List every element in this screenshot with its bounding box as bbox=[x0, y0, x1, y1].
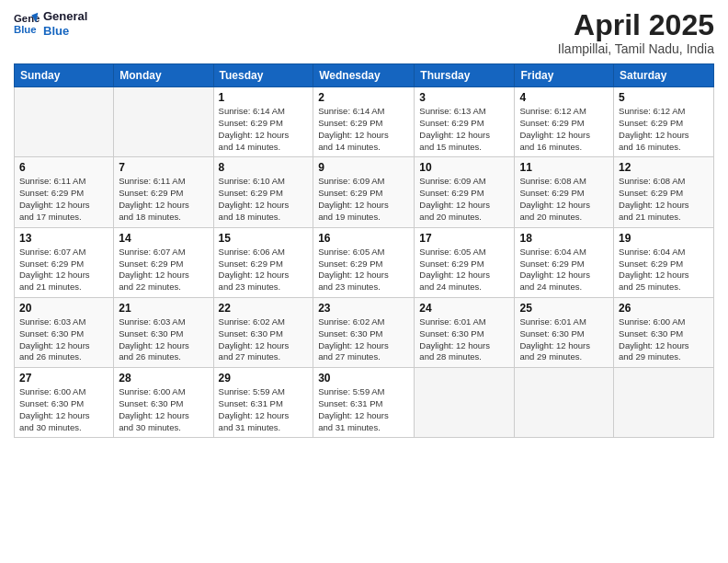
day-info: Sunrise: 6:00 AM Sunset: 6:30 PM Dayligh… bbox=[119, 386, 208, 433]
day-info: Sunrise: 6:04 AM Sunset: 6:29 PM Dayligh… bbox=[519, 247, 609, 293]
calendar-cell: 1Sunrise: 6:14 AM Sunset: 6:29 PM Daylig… bbox=[213, 87, 313, 157]
svg-text:Blue: Blue bbox=[14, 23, 37, 34]
calendar-cell: 7Sunrise: 6:11 AM Sunset: 6:29 PM Daylig… bbox=[114, 157, 213, 227]
calendar-week-1: 1Sunrise: 6:14 AM Sunset: 6:29 PM Daylig… bbox=[15, 87, 714, 157]
day-info: Sunrise: 6:09 AM Sunset: 6:29 PM Dayligh… bbox=[419, 176, 509, 223]
day-number: 7 bbox=[119, 161, 208, 174]
day-number: 22 bbox=[219, 302, 309, 315]
calendar-week-5: 27Sunrise: 6:00 AM Sunset: 6:30 PM Dayli… bbox=[15, 368, 714, 438]
day-info: Sunrise: 6:10 AM Sunset: 6:29 PM Dayligh… bbox=[219, 176, 309, 223]
day-number: 12 bbox=[619, 161, 709, 174]
calendar-week-2: 6Sunrise: 6:11 AM Sunset: 6:29 PM Daylig… bbox=[15, 157, 714, 227]
day-number: 6 bbox=[19, 161, 108, 174]
day-info: Sunrise: 6:04 AM Sunset: 6:29 PM Dayligh… bbox=[619, 247, 709, 293]
day-info: Sunrise: 6:14 AM Sunset: 6:29 PM Dayligh… bbox=[318, 106, 409, 153]
calendar-cell: 27Sunrise: 6:00 AM Sunset: 6:30 PM Dayli… bbox=[15, 368, 114, 438]
day-info: Sunrise: 6:05 AM Sunset: 6:29 PM Dayligh… bbox=[419, 247, 509, 293]
calendar-cell: 15Sunrise: 6:06 AM Sunset: 6:29 PM Dayli… bbox=[213, 227, 313, 297]
calendar-header-row: Sunday Monday Tuesday Wednesday Thursday… bbox=[15, 64, 714, 87]
day-number: 14 bbox=[119, 232, 208, 245]
day-number: 16 bbox=[318, 232, 409, 245]
header: General Blue General Blue April 2025 Ila… bbox=[14, 9, 714, 56]
day-info: Sunrise: 6:07 AM Sunset: 6:29 PM Dayligh… bbox=[19, 247, 108, 293]
calendar-cell bbox=[515, 368, 614, 438]
logo-blue: Blue bbox=[43, 24, 69, 38]
logo-general: General bbox=[43, 9, 87, 23]
day-info: Sunrise: 6:06 AM Sunset: 6:29 PM Dayligh… bbox=[219, 247, 309, 293]
day-number: 28 bbox=[119, 372, 208, 385]
title-block: April 2025 Ilampillai, Tamil Nadu, India bbox=[558, 9, 714, 56]
day-number: 9 bbox=[318, 161, 409, 174]
day-info: Sunrise: 6:12 AM Sunset: 6:29 PM Dayligh… bbox=[619, 106, 709, 153]
logo-text: General Blue bbox=[43, 9, 87, 38]
day-info: Sunrise: 6:14 AM Sunset: 6:29 PM Dayligh… bbox=[219, 106, 309, 153]
day-info: Sunrise: 6:01 AM Sunset: 6:30 PM Dayligh… bbox=[419, 316, 509, 363]
calendar-cell: 28Sunrise: 6:00 AM Sunset: 6:30 PM Dayli… bbox=[114, 368, 213, 438]
page-title: April 2025 bbox=[558, 9, 714, 41]
calendar-cell: 10Sunrise: 6:09 AM Sunset: 6:29 PM Dayli… bbox=[415, 157, 515, 227]
calendar-cell: 9Sunrise: 6:09 AM Sunset: 6:29 PM Daylig… bbox=[313, 157, 415, 227]
page-subtitle: Ilampillai, Tamil Nadu, India bbox=[558, 41, 714, 56]
col-saturday: Saturday bbox=[614, 64, 714, 87]
calendar-cell: 3Sunrise: 6:13 AM Sunset: 6:29 PM Daylig… bbox=[415, 87, 515, 157]
calendar-cell: 24Sunrise: 6:01 AM Sunset: 6:30 PM Dayli… bbox=[415, 297, 515, 367]
calendar-cell: 12Sunrise: 6:08 AM Sunset: 6:29 PM Dayli… bbox=[614, 157, 714, 227]
day-info: Sunrise: 6:02 AM Sunset: 6:30 PM Dayligh… bbox=[219, 316, 309, 363]
calendar-cell: 16Sunrise: 6:05 AM Sunset: 6:29 PM Dayli… bbox=[313, 227, 415, 297]
day-info: Sunrise: 5:59 AM Sunset: 6:31 PM Dayligh… bbox=[219, 386, 309, 433]
day-number: 1 bbox=[219, 91, 309, 104]
calendar-cell: 21Sunrise: 6:03 AM Sunset: 6:30 PM Dayli… bbox=[114, 297, 213, 367]
calendar-cell: 20Sunrise: 6:03 AM Sunset: 6:30 PM Dayli… bbox=[15, 297, 114, 367]
col-wednesday: Wednesday bbox=[313, 64, 415, 87]
day-number: 25 bbox=[519, 302, 609, 315]
day-number: 24 bbox=[419, 302, 509, 315]
calendar-cell: 30Sunrise: 5:59 AM Sunset: 6:31 PM Dayli… bbox=[313, 368, 415, 438]
calendar-cell: 19Sunrise: 6:04 AM Sunset: 6:29 PM Dayli… bbox=[614, 227, 714, 297]
calendar-cell: 13Sunrise: 6:07 AM Sunset: 6:29 PM Dayli… bbox=[15, 227, 114, 297]
calendar-cell: 22Sunrise: 6:02 AM Sunset: 6:30 PM Dayli… bbox=[213, 297, 313, 367]
col-sunday: Sunday bbox=[15, 64, 114, 87]
day-number: 8 bbox=[219, 161, 309, 174]
calendar-cell: 26Sunrise: 6:00 AM Sunset: 6:30 PM Dayli… bbox=[614, 297, 714, 367]
col-monday: Monday bbox=[114, 64, 213, 87]
day-info: Sunrise: 6:03 AM Sunset: 6:30 PM Dayligh… bbox=[119, 316, 208, 363]
calendar-week-4: 20Sunrise: 6:03 AM Sunset: 6:30 PM Dayli… bbox=[15, 297, 714, 367]
day-info: Sunrise: 6:07 AM Sunset: 6:29 PM Dayligh… bbox=[119, 247, 208, 293]
col-tuesday: Tuesday bbox=[213, 64, 313, 87]
day-info: Sunrise: 6:12 AM Sunset: 6:29 PM Dayligh… bbox=[519, 106, 609, 153]
day-number: 23 bbox=[318, 302, 409, 315]
calendar-cell bbox=[114, 87, 213, 157]
logo-icon: General Blue bbox=[14, 11, 40, 37]
day-info: Sunrise: 6:11 AM Sunset: 6:29 PM Dayligh… bbox=[119, 176, 208, 223]
day-number: 5 bbox=[619, 91, 709, 104]
day-number: 17 bbox=[419, 232, 509, 245]
day-number: 4 bbox=[519, 91, 609, 104]
logo: General Blue General Blue bbox=[14, 9, 87, 38]
calendar-cell: 11Sunrise: 6:08 AM Sunset: 6:29 PM Dayli… bbox=[515, 157, 614, 227]
day-number: 18 bbox=[519, 232, 609, 245]
calendar-cell bbox=[15, 87, 114, 157]
day-number: 11 bbox=[519, 161, 609, 174]
col-friday: Friday bbox=[515, 64, 614, 87]
day-info: Sunrise: 6:08 AM Sunset: 6:29 PM Dayligh… bbox=[619, 176, 709, 223]
day-info: Sunrise: 6:05 AM Sunset: 6:29 PM Dayligh… bbox=[318, 247, 409, 293]
day-info: Sunrise: 6:09 AM Sunset: 6:29 PM Dayligh… bbox=[318, 176, 409, 223]
day-number: 21 bbox=[119, 302, 208, 315]
day-number: 20 bbox=[19, 302, 108, 315]
day-number: 15 bbox=[219, 232, 309, 245]
day-number: 19 bbox=[619, 232, 709, 245]
day-number: 10 bbox=[419, 161, 509, 174]
calendar-cell: 5Sunrise: 6:12 AM Sunset: 6:29 PM Daylig… bbox=[614, 87, 714, 157]
calendar-cell: 14Sunrise: 6:07 AM Sunset: 6:29 PM Dayli… bbox=[114, 227, 213, 297]
calendar-week-3: 13Sunrise: 6:07 AM Sunset: 6:29 PM Dayli… bbox=[15, 227, 714, 297]
day-info: Sunrise: 5:59 AM Sunset: 6:31 PM Dayligh… bbox=[318, 386, 409, 433]
day-info: Sunrise: 6:08 AM Sunset: 6:29 PM Dayligh… bbox=[519, 176, 609, 223]
page: General Blue General Blue April 2025 Ila… bbox=[0, 0, 728, 563]
calendar-cell: 23Sunrise: 6:02 AM Sunset: 6:30 PM Dayli… bbox=[313, 297, 415, 367]
day-number: 26 bbox=[619, 302, 709, 315]
day-info: Sunrise: 6:11 AM Sunset: 6:29 PM Dayligh… bbox=[19, 176, 108, 223]
calendar-cell: 6Sunrise: 6:11 AM Sunset: 6:29 PM Daylig… bbox=[15, 157, 114, 227]
day-number: 29 bbox=[219, 372, 309, 385]
day-info: Sunrise: 6:00 AM Sunset: 6:30 PM Dayligh… bbox=[19, 386, 108, 433]
day-info: Sunrise: 6:02 AM Sunset: 6:30 PM Dayligh… bbox=[318, 316, 409, 363]
